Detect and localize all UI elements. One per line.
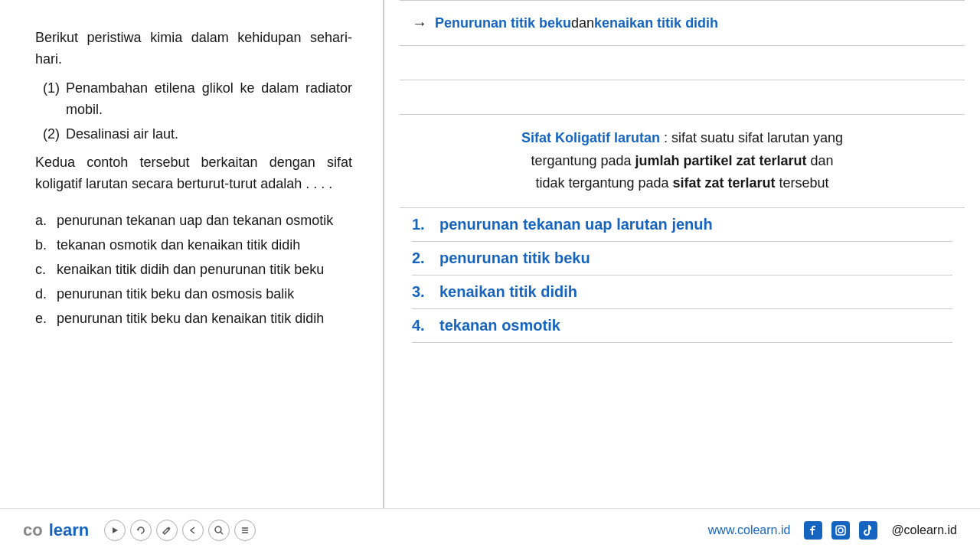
info-line3-post: tersebut — [779, 175, 829, 191]
social-icons — [802, 520, 879, 541]
options-list: a. penurunan tekanan uap dan tekanan osm… — [35, 210, 352, 329]
option-d-text: penurunan titik beku dan osmosis balik — [57, 284, 294, 305]
play-icon — [109, 525, 120, 536]
option-e-text: penurunan titik beku dan kenaikan titik … — [57, 308, 324, 330]
list-item: (2) Desalinasi air laut. — [43, 124, 352, 145]
info-line2-post: dan — [811, 153, 834, 168]
instagram-icon — [830, 520, 851, 541]
option-a-label: a. — [35, 210, 51, 232]
option-a: a. penurunan tekanan uap dan tekanan osm… — [35, 210, 352, 232]
question-intro: Berikut peristiwa kimia dalam kehidupan … — [35, 28, 352, 70]
main-container: Berikut peristiwa kimia dalam kehidupan … — [0, 0, 980, 551]
item-num-2: (2) — [43, 124, 60, 145]
blank-row-1 — [400, 46, 965, 80]
option-e-label: e. — [35, 308, 51, 330]
answer-blue-text-2: kenaikan titik didih — [594, 13, 718, 34]
option-e: e. penurunan titik beku dan kenaikan tit… — [35, 308, 352, 330]
option-d: d. penurunan titik beku dan osmosis bali… — [35, 284, 352, 305]
social-handle: @colearn.id — [891, 523, 957, 537]
answer-num-1: 1. — [412, 216, 439, 233]
item-text-2: Desalinasi air laut. — [66, 124, 178, 145]
body-text: Kedua contoh tersebut berkaitan dengan s… — [35, 155, 352, 191]
logo-co: co — [23, 520, 43, 540]
info-line2-bold: jumlah partikel zat terlarut — [635, 153, 807, 168]
answer-item-1: 1. penurunan tekanan uap larutan jenuh — [412, 208, 952, 242]
answer-text-4: tekanan osmotik — [439, 317, 560, 334]
info-line3-bold: sifat zat terlarut — [673, 175, 776, 191]
svg-line-3 — [220, 532, 223, 534]
control-btn-6[interactable] — [234, 520, 256, 541]
svg-marker-0 — [113, 527, 118, 533]
control-btn-4[interactable] — [182, 520, 204, 541]
option-c-text: kenaikan titik didih dan penurunan titik… — [57, 259, 324, 281]
question-body: Kedua contoh tersebut berkaitan dengan s… — [35, 152, 352, 195]
website-text: www.colearn.id — [708, 523, 791, 537]
info-line2-pre: tergantung pada — [531, 153, 635, 168]
answer-item-3: 3. kenaikan titik didih — [412, 276, 952, 309]
info-colon: : sifat suatu sifat larutan yang — [664, 130, 843, 145]
control-btn-3[interactable] — [156, 520, 178, 541]
intro-text: Berikut peristiwa kimia dalam kehidupan … — [35, 30, 352, 67]
option-b-text: tekanan osmotik dan kenaikan titik didih — [57, 235, 300, 256]
footer-left: co learn — [23, 520, 256, 541]
footer-right: www.colearn.id — [708, 520, 957, 541]
svg-point-2 — [215, 527, 221, 533]
answer-text-2: penurunan titik beku — [439, 249, 590, 267]
option-c: c. kenaikan titik didih dan penurunan ti… — [35, 259, 352, 281]
right-panel: → Penurunan titik beku dan kenaikan titi… — [383, 0, 980, 551]
answer-num-4: 4. — [412, 317, 439, 334]
left-panel: Berikut peristiwa kimia dalam kehidupan … — [0, 0, 383, 551]
answer-num-2: 2. — [412, 249, 439, 267]
numbered-answers: 1. penurunan tekanan uap larutan jenuh 2… — [400, 208, 965, 343]
option-b: b. tekanan osmotik dan kenaikan titik di… — [35, 235, 352, 256]
answer-item-4: 4. tekanan osmotik — [412, 309, 952, 343]
control-btn-2[interactable] — [130, 520, 152, 541]
tiktok-icon — [858, 520, 879, 541]
answer-item-2: 2. penurunan titik beku — [412, 242, 952, 276]
option-a-text: penurunan tekanan uap dan tekanan osmoti… — [57, 210, 333, 232]
edit-icon — [162, 525, 172, 536]
control-btn-1[interactable] — [104, 520, 126, 541]
info-label: Sifat Koligatif larutan — [521, 130, 660, 145]
arrow-icon: → — [412, 11, 427, 34]
answer-text-3: kenaikan titik didih — [439, 283, 577, 301]
svg-rect-8 — [831, 521, 850, 540]
info-line3-pre: tidak tergantung pada — [535, 175, 672, 191]
option-b-label: b. — [35, 235, 51, 256]
colearn-logo: co learn — [23, 520, 89, 540]
footer-controls — [104, 520, 256, 541]
footer: co learn — [0, 508, 980, 551]
control-btn-5[interactable] — [208, 520, 230, 541]
answer-row: → Penurunan titik beku dan kenaikan titi… — [400, 0, 965, 46]
answer-blue-text-1: Penurunan titik beku — [435, 13, 571, 34]
menu-icon — [240, 525, 250, 536]
option-d-label: d. — [35, 284, 51, 305]
list-item: (1) Penambahan etilena glikol ke dalam r… — [43, 78, 352, 121]
blank-row-2 — [400, 80, 965, 115]
answer-num-3: 3. — [412, 283, 439, 301]
logo-learn: learn — [49, 520, 90, 540]
zoom-icon — [214, 525, 224, 536]
facebook-icon — [802, 520, 824, 541]
back-icon — [188, 525, 198, 536]
answer-connector: dan — [571, 13, 594, 34]
item-text-1: Penambahan etilena glikol ke dalam radia… — [66, 78, 352, 121]
option-c-label: c. — [35, 259, 51, 281]
svg-point-11 — [844, 526, 845, 527]
info-section: Sifat Koligatif larutan : sifat suatu si… — [400, 115, 965, 208]
numbered-list: (1) Penambahan etilena glikol ke dalam r… — [43, 78, 352, 145]
item-num-1: (1) — [43, 78, 60, 121]
repeat-icon — [136, 525, 146, 536]
answer-text-1: penurunan tekanan uap larutan jenuh — [439, 216, 713, 233]
